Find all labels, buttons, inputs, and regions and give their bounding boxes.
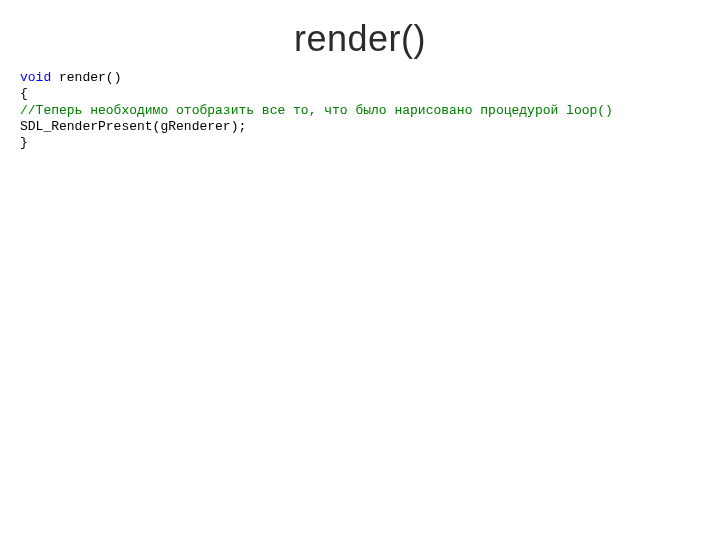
- code-line-2: {: [20, 86, 28, 101]
- code-text: render(): [51, 70, 121, 85]
- code-line-3-comment: //Теперь необходимо отобразить все то, ч…: [20, 103, 613, 118]
- code-line-4: SDL_RenderPresent(gRenderer);: [20, 119, 246, 134]
- code-line-5: }: [20, 135, 28, 150]
- keyword-void: void: [20, 70, 51, 85]
- code-line-1: void render(): [20, 70, 121, 85]
- code-block: void render() { //Теперь необходимо отоб…: [0, 70, 720, 151]
- slide-title: render(): [0, 0, 720, 70]
- slide: render() void render() { //Теперь необхо…: [0, 0, 720, 540]
